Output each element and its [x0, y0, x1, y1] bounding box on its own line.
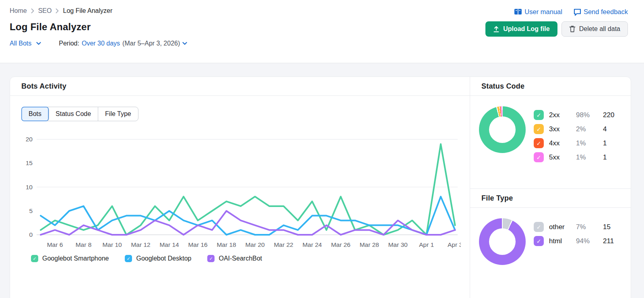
page-title: Log File Analyzer: [10, 21, 187, 33]
donut-hole: [489, 228, 516, 255]
donut-hole: [489, 116, 516, 143]
checkbox-icon[interactable]: ✓: [534, 138, 544, 148]
x-axis-tick: Apr 1: [419, 241, 434, 248]
report-card: Bots Activity BotsStatus CodeFile Type 2…: [10, 77, 631, 298]
checkbox-icon[interactable]: ✓: [534, 222, 544, 232]
slice-label: 4xx: [549, 139, 571, 147]
slice-label: 3xx: [549, 125, 571, 133]
y-axis-tick: 20: [26, 136, 33, 143]
x-axis-tick: Mar 22: [274, 241, 293, 248]
y-axis-tick: 5: [29, 207, 33, 214]
tab-status-code[interactable]: Status Code: [49, 107, 98, 121]
x-axis-tick: Mar 20: [245, 241, 265, 248]
trash-icon: [569, 25, 576, 33]
delete-all-data-button[interactable]: Delete all data: [561, 21, 628, 37]
breadcrumb: Home SEO Log File Analyzer: [10, 7, 187, 14]
period-value: Over 30 days: [82, 40, 120, 47]
checkbox-icon[interactable]: ✓: [534, 124, 544, 134]
tab-bots[interactable]: Bots: [21, 107, 49, 121]
x-axis-tick: Mar 12: [131, 241, 150, 248]
bots-activity-line-chart: 20151050Mar 6Mar 8Mar 10Mar 12Mar 14Mar …: [17, 127, 461, 252]
legend-row-4xx: ✓4xx1%1: [534, 136, 614, 150]
breadcrumb-home[interactable]: Home: [10, 7, 27, 14]
file-type-legend: ✓other7%15✓html94%211: [534, 220, 614, 265]
legend-row-5xx: ✓5xx1%1: [534, 150, 614, 164]
book-icon: [514, 8, 522, 15]
period-label: Period:: [59, 40, 79, 47]
checkbox-icon[interactable]: ✓: [534, 152, 544, 162]
file-type-title: File Type: [470, 189, 631, 208]
legend-label: Googlebot Smartphone: [42, 255, 109, 262]
legend-toggle-googlebot-smartphone[interactable]: ✓Googlebot Smartphone: [31, 255, 109, 262]
x-axis-tick: Mar 24: [302, 241, 322, 248]
legend-row-3xx: ✓3xx2%4: [534, 122, 614, 136]
slice-percent: 94%: [576, 237, 598, 245]
feedback-bubble-icon: [574, 8, 581, 16]
right-panel: Status Code ✓2xx98%220✓3xx2%4✓4xx1%1✓5xx…: [470, 77, 631, 298]
filters-bar: All Bots Period: Over 30 days (Mar 5–Apr…: [10, 40, 187, 47]
upload-log-file-button[interactable]: Upload Log file: [485, 21, 557, 37]
all-bots-dropdown[interactable]: All Bots: [10, 40, 41, 47]
legend-row-html: ✓html94%211: [534, 234, 614, 248]
checkbox-icon[interactable]: ✓: [125, 255, 132, 262]
legend-row-2xx: ✓2xx98%220: [534, 108, 614, 122]
status-code-legend: ✓2xx98%220✓3xx2%4✓4xx1%1✓5xx1%1: [534, 108, 614, 164]
checkbox-icon[interactable]: ✓: [207, 255, 215, 262]
tab-file-type[interactable]: File Type: [98, 107, 138, 121]
slice-percent: 7%: [576, 223, 598, 231]
legend-label: Googlebot Desktop: [136, 255, 191, 262]
bots-activity-title: Bots Activity: [10, 77, 470, 96]
checkbox-icon[interactable]: ✓: [534, 236, 544, 246]
chart-tabs: BotsStatus CodeFile Type: [21, 107, 138, 121]
user-manual-label: User manual: [524, 8, 562, 16]
breadcrumb-seo[interactable]: SEO: [38, 7, 52, 14]
slice-label: html: [549, 237, 571, 245]
status-code-donut-chart: [479, 106, 526, 153]
period-dropdown[interactable]: Over 30 days: [82, 40, 120, 47]
chevron-right-icon: [31, 8, 34, 13]
file-type-donut-chart: [479, 218, 526, 265]
slice-percent: 1%: [576, 153, 598, 161]
slice-percent: 98%: [576, 111, 598, 119]
header-right: User manual Send feedback Upload Log fil…: [485, 7, 628, 63]
status-code-title: Status Code: [470, 77, 631, 96]
user-manual-link[interactable]: User manual: [514, 8, 562, 16]
slice-count: 1: [603, 139, 614, 147]
slice-percent: 2%: [576, 125, 598, 133]
delete-button-label: Delete all data: [579, 25, 620, 33]
chevron-right-icon: [56, 8, 59, 13]
slice-count: 1: [603, 153, 614, 161]
send-feedback-label: Send feedback: [584, 8, 628, 16]
slice-percent: 1%: [576, 139, 598, 147]
all-bots-label: All Bots: [10, 40, 31, 47]
slice-count: 220: [603, 111, 614, 119]
x-axis-tick: Mar 10: [102, 241, 122, 248]
x-axis-tick: Mar 28: [359, 241, 379, 248]
x-axis-tick: Mar 14: [159, 241, 179, 248]
chevron-down-icon: [36, 42, 41, 45]
legend-label: OAI-SearchBot: [219, 255, 262, 262]
slice-label: other: [549, 223, 571, 231]
x-axis-tick: Mar 16: [188, 241, 207, 248]
y-axis-tick: 0: [29, 231, 33, 238]
legend-toggle-oai-searchbot[interactable]: ✓OAI-SearchBot: [207, 255, 262, 262]
x-axis-tick: Mar 6: [47, 241, 63, 248]
legend-row-other: ✓other7%15: [534, 220, 614, 234]
checkbox-icon[interactable]: ✓: [534, 110, 544, 120]
slice-count: 15: [603, 223, 614, 231]
chevron-down-icon[interactable]: [182, 42, 187, 45]
checkbox-icon[interactable]: ✓: [31, 255, 38, 262]
header-left: Home SEO Log File Analyzer Log File Anal…: [10, 7, 187, 63]
slice-count: 211: [603, 237, 614, 245]
x-axis-tick: Apr 3: [448, 241, 461, 248]
x-axis-tick: Mar 8: [76, 241, 92, 248]
send-feedback-link[interactable]: Send feedback: [574, 8, 628, 16]
y-axis-tick: 10: [26, 184, 33, 190]
x-axis-tick: Mar 18: [217, 241, 236, 248]
legend-toggle-googlebot-desktop[interactable]: ✓Googlebot Desktop: [125, 255, 191, 262]
slice-label: 5xx: [549, 153, 571, 161]
series-line-googlebot-smartphone: [41, 144, 455, 235]
y-axis-tick: 15: [26, 159, 33, 166]
slice-label: 2xx: [549, 111, 571, 119]
x-axis-tick: Mar 26: [331, 241, 350, 248]
